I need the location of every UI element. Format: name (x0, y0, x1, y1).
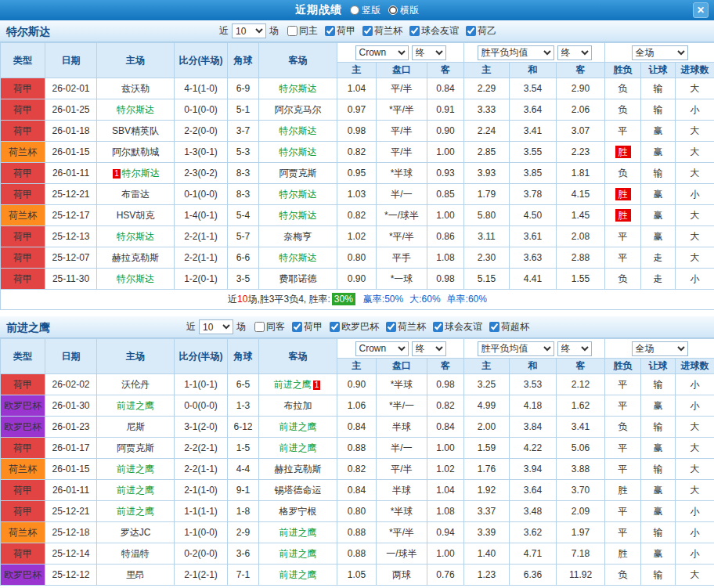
recent-count-select[interactable]: 10 (232, 23, 266, 38)
filter-checkbox-0[interactable] (287, 26, 298, 36)
home-team-name[interactable]: 里昂 (126, 569, 145, 580)
filter-option-4[interactable]: 球会友谊 (433, 320, 482, 334)
home-team-name[interactable]: 特尔斯达 (117, 273, 154, 284)
away-team-name[interactable]: 特尔斯达 (279, 189, 317, 200)
away-team-name[interactable]: 特尔斯达 (279, 210, 317, 221)
away-team-name[interactable]: 格罗宁根 (279, 506, 317, 517)
avg-draw-cell: 3.84 (510, 417, 557, 438)
away-team-name[interactable]: 前进之鹰 (279, 569, 317, 580)
filter-option-2[interactable]: 欧罗巴杯 (330, 320, 379, 334)
version-radio-vertical[interactable]: 竖版 (350, 4, 380, 17)
home-team-name[interactable]: 前进之鹰 (117, 400, 154, 411)
filter-option-3[interactable]: 荷兰杯 (386, 320, 426, 334)
home-team-name[interactable]: 沃伦丹 (121, 379, 150, 390)
home-team-name[interactable]: 阿贾克斯 (117, 442, 154, 453)
home-team-name[interactable]: 赫拉克勒斯 (112, 252, 159, 263)
filter-option-3[interactable]: 球会友谊 (409, 24, 459, 38)
filter-checkbox-3[interactable] (386, 322, 396, 332)
away-team-name[interactable]: 前进之鹰 (274, 379, 312, 390)
col-header-5: 客场 (259, 339, 337, 374)
home-team-cell: 里昂 (97, 565, 175, 586)
filter-checkbox-3[interactable] (409, 26, 420, 36)
handicap-result-cell: 输 (641, 163, 676, 184)
away-team-name[interactable]: 前进之鹰 (279, 421, 317, 432)
odds-company-select[interactable]: Crown (355, 45, 409, 60)
away-team-name[interactable]: 布拉加 (284, 400, 312, 411)
version-radio-horizontal[interactable]: 横版 (388, 4, 419, 17)
filter-option-5[interactable]: 荷超杯 (489, 320, 529, 334)
filter-checkbox-1[interactable] (325, 26, 335, 36)
filter-checkbox-2[interactable] (330, 322, 340, 332)
filter-checkbox-4[interactable] (466, 26, 476, 36)
away-team-name[interactable]: 奈梅亨 (284, 231, 312, 242)
avg-type-select[interactable]: 胜平负均值 (478, 341, 554, 356)
handicap-cell: *半球 (377, 163, 427, 184)
filter-checkbox-1[interactable] (292, 322, 302, 332)
filter-option-1[interactable]: 荷甲 (292, 320, 323, 334)
away-team-name[interactable]: 前进之鹰 (279, 527, 317, 538)
avg-away-cell: 2.90 (557, 78, 605, 99)
away-team-name[interactable]: 赫拉克勒斯 (275, 464, 322, 474)
home-team-name[interactable]: 罗达JC (121, 527, 151, 538)
league-cell: 荷兰杯 (1, 205, 45, 226)
avg-type-select[interactable]: 胜平负均值 (478, 45, 554, 60)
home-team-name[interactable]: 前进之鹰 (117, 506, 154, 517)
home-team-name[interactable]: 尼斯 (126, 421, 145, 432)
home-team-name[interactable]: 兹沃勒 (121, 83, 150, 94)
home-team-name[interactable]: SBV精英队 (112, 125, 159, 136)
scope-select[interactable]: 全场 (632, 341, 688, 356)
filter-option-1[interactable]: 荷甲 (325, 24, 355, 38)
away-team-name[interactable]: 阿尔克马尔 (275, 104, 322, 115)
filter-option-0[interactable]: 同主 (287, 24, 318, 38)
recent-count-select[interactable]: 10 (199, 319, 233, 334)
filter-option-2[interactable]: 荷兰杯 (362, 24, 402, 38)
col-header-1: 日期 (45, 43, 97, 78)
away-team-cell: 奈梅亨 (259, 226, 337, 247)
col-header-2: 主场 (97, 339, 175, 374)
home-team-name[interactable]: 布雷达 (121, 189, 150, 200)
away-team-name[interactable]: 前进之鹰 (279, 442, 317, 453)
filter-recent-label: 近 (186, 320, 196, 334)
date-cell: 26-01-23 (45, 417, 97, 438)
league-cell: 荷甲 (1, 184, 45, 205)
away-team-name[interactable]: 特尔斯达 (279, 83, 317, 94)
sub-header-0: 主 (337, 63, 377, 78)
home-team-name[interactable]: 特尔斯达 (117, 231, 154, 242)
away-team-name[interactable]: 特尔斯达 (279, 146, 317, 157)
away-team-name[interactable]: 阿贾克斯 (279, 168, 317, 179)
odds-company-select[interactable]: Crown (355, 341, 409, 356)
away-team-name[interactable]: 锡塔德命运 (275, 485, 322, 496)
avg-away-cell: 3.07 (557, 121, 605, 142)
home-team-name[interactable]: 特温特 (121, 548, 150, 559)
home-team-name[interactable]: HSV胡克 (117, 210, 155, 221)
corners-cell: 8-3 (228, 184, 259, 205)
filter-checkbox-0[interactable] (254, 322, 265, 332)
league-cell: 荷甲 (1, 121, 45, 142)
away-team-name[interactable]: 费耶诺德 (279, 273, 317, 284)
filter-option-4[interactable]: 荷乙 (466, 24, 496, 38)
filter-checkbox-4[interactable] (433, 322, 443, 332)
home-team-name[interactable]: 阿尔默勒城 (112, 146, 159, 157)
away-team-name[interactable]: 前进之鹰 (279, 548, 317, 559)
home-team-name[interactable]: 前进之鹰 (117, 485, 154, 496)
avg-time-select[interactable]: 终 (557, 341, 592, 356)
odds-time-select[interactable]: 终 (412, 341, 446, 356)
home-team-name[interactable]: 特尔斯达 (117, 104, 154, 115)
avg-time-select[interactable]: 终 (557, 45, 592, 60)
filter-checkbox-5[interactable] (489, 322, 499, 332)
away-team-name[interactable]: 特尔斯达 (279, 125, 317, 136)
scope-header-group: 全场 (605, 43, 714, 63)
radio-vertical-input[interactable] (350, 5, 359, 15)
away-team-name[interactable]: 特尔斯达 (279, 252, 317, 263)
avg-draw-cell: 3.64 (510, 480, 557, 501)
odds-time-select[interactable]: 终 (412, 45, 446, 60)
filter-option-0[interactable]: 同客 (254, 320, 285, 334)
scope-select[interactable]: 全场 (632, 45, 688, 60)
close-button[interactable]: ✕ (693, 2, 709, 18)
filter-checkbox-2[interactable] (362, 26, 373, 36)
summary-cell: 近10场,胜3平3负4, 胜率:30%赢率:50%大:60%单率:60% (1, 290, 714, 310)
home-team-name[interactable]: 前进之鹰 (117, 464, 154, 474)
avg-away-cell: 3.88 (557, 459, 605, 480)
home-team-name[interactable]: 特尔斯达 (122, 168, 160, 179)
radio-horizontal-input[interactable] (388, 5, 398, 15)
